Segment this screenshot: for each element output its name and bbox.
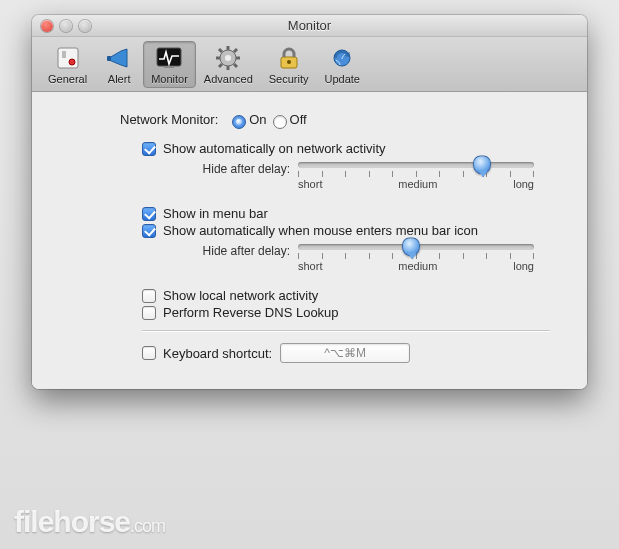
tab-advanced[interactable]: Advanced xyxy=(196,41,261,88)
svg-line-15 xyxy=(219,64,222,67)
checkbox-label: Show in menu bar xyxy=(163,206,268,221)
tab-alert[interactable]: Alert xyxy=(95,41,143,88)
preferences-window: Monitor General Alert Monitor Advanced xyxy=(32,15,587,389)
content-pane: Network Monitor: On Off Show automatical… xyxy=(32,92,587,389)
svg-rect-0 xyxy=(58,48,78,68)
radio-off[interactable] xyxy=(273,115,287,129)
switch-icon xyxy=(52,44,84,72)
svg-point-2 xyxy=(69,59,75,65)
svg-line-12 xyxy=(219,49,222,52)
radio-off-label: Off xyxy=(290,112,307,127)
svg-point-17 xyxy=(287,60,291,64)
lock-icon xyxy=(273,44,305,72)
tick-short: short xyxy=(298,178,322,190)
tab-update[interactable]: Update xyxy=(317,41,368,88)
tab-label: Advanced xyxy=(204,73,253,85)
gear-icon xyxy=(212,44,244,72)
svg-rect-3 xyxy=(107,56,111,61)
checkbox-label: Show automatically when mouse enters men… xyxy=(163,223,478,238)
activity-monitor-icon xyxy=(153,44,185,72)
checkbox-show-on-hover[interactable] xyxy=(142,224,156,238)
svg-line-13 xyxy=(234,64,237,67)
checkbox-show-local[interactable] xyxy=(142,289,156,303)
watermark-domain: .com xyxy=(130,516,165,536)
divider xyxy=(142,330,550,331)
svg-rect-1 xyxy=(62,51,66,58)
svg-point-7 xyxy=(225,55,231,61)
tick-medium: medium xyxy=(398,178,437,190)
tick-short: short xyxy=(298,260,322,272)
slider-label: Hide after delay: xyxy=(186,162,290,176)
tab-monitor[interactable]: Monitor xyxy=(143,41,196,88)
slider-thumb[interactable] xyxy=(402,238,420,257)
tab-label: General xyxy=(48,73,87,85)
checkbox-label: Keyboard shortcut: xyxy=(163,346,272,361)
checkbox-keyboard-shortcut[interactable] xyxy=(142,346,156,360)
refresh-globe-icon xyxy=(326,44,358,72)
svg-rect-5 xyxy=(164,66,174,68)
tab-label: Update xyxy=(325,73,360,85)
slider-label: Hide after delay: xyxy=(186,244,290,258)
checkbox-show-on-activity[interactable] xyxy=(142,142,156,156)
watermark-name: filehorse xyxy=(14,505,130,538)
radio-on[interactable] xyxy=(232,115,246,129)
tab-security[interactable]: Security xyxy=(261,41,317,88)
checkbox-label: Show automatically on network activity xyxy=(163,141,386,156)
checkbox-reverse-dns[interactable] xyxy=(142,306,156,320)
tab-label: Security xyxy=(269,73,309,85)
slider-track[interactable] xyxy=(298,244,534,250)
keyboard-shortcut-field[interactable]: ^⌥⌘M xyxy=(280,343,410,363)
tab-label: Alert xyxy=(108,73,131,85)
network-monitor-label: Network Monitor: xyxy=(120,112,218,127)
tab-general[interactable]: General xyxy=(40,41,95,88)
checkbox-show-in-menubar[interactable] xyxy=(142,207,156,221)
titlebar: Monitor xyxy=(32,15,587,37)
tab-label: Monitor xyxy=(151,73,188,85)
radio-on-label: On xyxy=(249,112,266,127)
tick-medium: medium xyxy=(398,260,437,272)
network-monitor-row: Network Monitor: On Off xyxy=(120,112,565,127)
checkbox-label: Perform Reverse DNS Lookup xyxy=(163,305,339,320)
checkbox-label: Show local network activity xyxy=(163,288,318,303)
slider-activity-delay: Hide after delay: short medium long xyxy=(186,162,565,190)
svg-line-14 xyxy=(234,49,237,52)
tick-long: long xyxy=(513,178,534,190)
watermark: filehorse.com xyxy=(14,505,165,539)
slider-hover-delay: Hide after delay: short medium long xyxy=(186,244,565,272)
slider-thumb[interactable] xyxy=(473,156,491,175)
slider-track[interactable] xyxy=(298,162,534,168)
window-title: Monitor xyxy=(32,18,587,33)
toolbar: General Alert Monitor Advanced Security xyxy=(32,37,587,92)
tick-long: long xyxy=(513,260,534,272)
megaphone-icon xyxy=(103,44,135,72)
